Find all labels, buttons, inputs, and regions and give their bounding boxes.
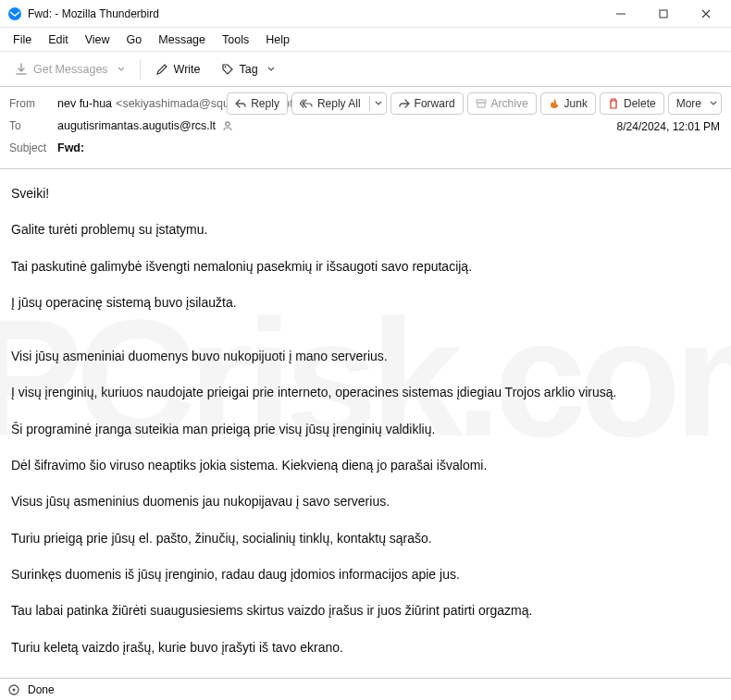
from-label: From	[9, 97, 57, 110]
to-row: To augutisrimantas.augutis@rcs.lt	[9, 115, 722, 137]
chevron-down-icon	[267, 63, 275, 76]
get-messages-button[interactable]: Get Messages	[7, 56, 132, 82]
svg-rect-7	[477, 103, 485, 107]
menu-view[interactable]: View	[78, 31, 118, 49]
tag-label: Tag	[240, 63, 258, 76]
message-header: Reply Reply All Forward Archive	[0, 87, 731, 169]
subject-row: Subject Fwd:	[9, 137, 722, 159]
message-date: 8/24/2024, 12:01 PM	[617, 120, 720, 133]
reply-button[interactable]: Reply	[227, 92, 288, 115]
menu-help[interactable]: Help	[258, 31, 297, 49]
body-paragraph: Dėl šifravimo šio viruso neaptiks jokia …	[11, 456, 720, 474]
body-paragraph: Galite turėti problemų su įstatymu.	[11, 220, 720, 239]
menu-message[interactable]: Message	[151, 31, 213, 49]
tag-icon	[221, 63, 234, 76]
svg-point-9	[226, 122, 229, 126]
trash-icon	[608, 98, 619, 109]
svg-rect-2	[660, 10, 667, 18]
to-email: augutisrimantas.augutis@rcs.lt	[57, 119, 216, 132]
get-messages-label: Get Messages	[33, 63, 108, 76]
forward-label: Forward	[415, 97, 455, 110]
download-icon	[15, 63, 28, 76]
menubar: File Edit View Go Message Tools Help	[0, 28, 731, 52]
delete-button[interactable]: Delete	[600, 92, 664, 115]
body-paragraph: Surinkęs duomenis iš jūsų įrenginio, rad…	[11, 565, 720, 583]
message-body: Sveiki! Galite turėti problemų su įstaty…	[0, 169, 731, 696]
more-button[interactable]: More	[668, 92, 722, 115]
body-paragraph: Visi jūsų asmeniniai duomenys buvo nukop…	[11, 347, 720, 365]
window-controls	[600, 0, 727, 28]
body-paragraph: Ši programinė įranga suteikia man prieig…	[11, 420, 720, 438]
more-label: More	[676, 97, 701, 110]
archive-label: Archive	[491, 97, 528, 110]
body-paragraph: Sveiki!	[11, 184, 720, 203]
body-paragraph: Visus jūsų asmeninius duomenis jau nukop…	[11, 492, 720, 510]
window-title: Fwd: - Mozilla Thunderbird	[28, 7, 600, 20]
body-paragraph: Turiu prieigą prie jūsų el. pašto, žinuč…	[11, 529, 720, 547]
chevron-down-icon	[118, 63, 125, 76]
delete-label: Delete	[624, 97, 656, 110]
svg-point-5	[224, 66, 226, 68]
forward-icon	[399, 98, 410, 109]
body-paragraph: Į jūsų operacinę sistemą buvo įsilaužta.	[11, 293, 720, 312]
status-text: Done	[28, 683, 55, 696]
menu-go[interactable]: Go	[119, 31, 150, 49]
junk-label: Junk	[564, 97, 588, 110]
reply-all-button[interactable]: Reply All	[291, 92, 387, 115]
archive-icon	[476, 98, 487, 109]
reply-label: Reply	[251, 97, 279, 110]
maximize-button[interactable]	[642, 0, 685, 28]
subject-label: Subject	[9, 141, 57, 154]
from-name: nev fu-hua	[57, 97, 112, 110]
statusbar: Done	[0, 678, 731, 700]
menu-file[interactable]: File	[6, 31, 39, 49]
to-value[interactable]: augutisrimantas.augutis@rcs.lt	[57, 119, 234, 132]
write-label: Write	[174, 63, 201, 76]
chevron-down-icon[interactable]	[708, 96, 717, 111]
archive-button[interactable]: Archive	[467, 92, 537, 115]
to-label: To	[9, 119, 57, 132]
message-actions: Reply Reply All Forward Archive	[227, 92, 722, 115]
subject-value: Fwd:	[57, 141, 84, 154]
menu-tools[interactable]: Tools	[215, 31, 256, 49]
contact-popup-icon[interactable]	[221, 119, 234, 132]
minimize-button[interactable]	[600, 0, 642, 28]
body-paragraph: Į visų įrenginių, kuriuos naudojate prie…	[11, 383, 720, 401]
pencil-icon	[155, 63, 168, 76]
reply-all-label: Reply All	[317, 97, 361, 110]
tag-button[interactable]: Tag	[214, 56, 282, 82]
menu-edit[interactable]: Edit	[41, 31, 76, 49]
window-titlebar: Fwd: - Mozilla Thunderbird	[0, 0, 731, 28]
write-button[interactable]: Write	[148, 56, 208, 82]
svg-point-0	[8, 7, 21, 20]
close-button[interactable]	[685, 0, 727, 28]
forward-button[interactable]: Forward	[390, 92, 464, 115]
chevron-down-icon[interactable]	[369, 96, 382, 111]
body-paragraph: Turiu keletą vaizdo įrašų, kurie buvo įr…	[11, 638, 720, 657]
toolbar-separator	[140, 59, 141, 80]
reply-icon	[235, 98, 246, 109]
main-toolbar: Get Messages Write Tag	[0, 52, 731, 87]
svg-point-11	[13, 688, 16, 691]
body-paragraph: Tau labai patinka žiūrėti suaugusiesiems…	[11, 601, 720, 620]
body-paragraph: Tai paskutinė galimybė išvengti nemaloni…	[11, 257, 720, 276]
flame-icon	[549, 98, 560, 109]
online-status-icon[interactable]	[7, 683, 20, 696]
reply-all-icon	[300, 98, 313, 109]
junk-button[interactable]: Junk	[540, 92, 596, 115]
thunderbird-icon	[7, 6, 22, 21]
